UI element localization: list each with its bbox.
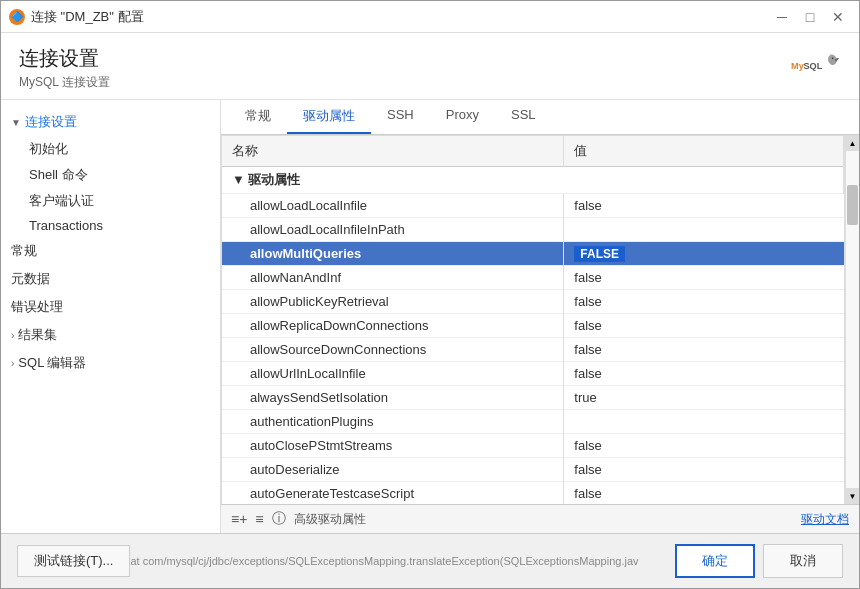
svg-text:SQL: SQL <box>804 61 823 71</box>
table-row[interactable]: allowSourceDownConnections false <box>222 338 844 362</box>
table-row[interactable]: alwaysSendSetIsolation true <box>222 386 844 410</box>
main-window: 🔷 连接 "DM_ZB" 配置 ─ □ ✕ 连接设置 MySQL 连接设置 My… <box>0 0 860 589</box>
bottom-bar: 测试链接(T)... at com/mysql/cj/jdbc/exceptio… <box>1 533 859 588</box>
prop-name: allowMultiQueries <box>222 242 564 266</box>
value-badge: FALSE <box>574 246 625 262</box>
close-button[interactable]: ✕ <box>825 6 851 28</box>
sidebar-item-label: 初始化 <box>29 140 68 158</box>
mysql-logo-image: My SQL <box>791 45 841 85</box>
prop-value: false <box>564 362 844 386</box>
sidebar-item-general[interactable]: 常规 <box>1 237 220 265</box>
prop-name: autoClosePStmtStreams <box>222 434 564 458</box>
advanced-props-label: 高级驱动属性 <box>294 511 366 528</box>
svg-text:My: My <box>791 61 805 71</box>
table-row[interactable]: autoDeserialize false <box>222 458 844 482</box>
main-content: ▼ 连接设置 初始化 Shell 命令 客户端认证 Transactions 常… <box>1 100 859 533</box>
driver-docs-link[interactable]: 驱动文档 <box>801 511 849 528</box>
prop-name: autoGenerateTestcaseScript <box>222 482 564 505</box>
prop-value: false <box>564 458 844 482</box>
sidebar-item-label: 元数据 <box>11 270 50 288</box>
right-panel: 常规 驱动属性 SSH Proxy SSL <box>221 100 859 533</box>
scrollbar[interactable]: ▲ ▼ <box>845 135 859 504</box>
prop-name: allowPublicKeyRetrieval <box>222 290 564 314</box>
arrow-icon: ▼ <box>11 117 21 128</box>
page-title: 连接设置 <box>19 45 110 72</box>
header-section: 连接设置 MySQL 连接设置 My SQL <box>1 33 859 100</box>
tabs-bar: 常规 驱动属性 SSH Proxy SSL <box>221 100 859 135</box>
title-controls: ─ □ ✕ <box>769 6 851 28</box>
tab-ssl[interactable]: SSL <box>495 100 552 134</box>
prop-value <box>564 218 844 242</box>
tab-ssh[interactable]: SSH <box>371 100 430 134</box>
property-table-container[interactable]: 名称 值 ▼ 驱动属性 al <box>221 135 845 504</box>
table-row[interactable]: authenticationPlugins <box>222 410 844 434</box>
footer-left: ≡+ ≡ ⓘ 高级驱动属性 <box>231 510 366 528</box>
table-row[interactable]: allowLoadLocalInfile false <box>222 194 844 218</box>
sidebar-item-label: 连接设置 <box>25 113 77 131</box>
table-row[interactable]: allowUrlInLocalInfile false <box>222 362 844 386</box>
prop-value: FALSE <box>564 242 844 266</box>
prop-value: false <box>564 338 844 362</box>
status-text: at com/mysql/cj/jdbc/exceptions/SQLExcep… <box>130 555 675 567</box>
sidebar-item-connection-settings[interactable]: ▼ 连接设置 <box>1 108 220 136</box>
group-label: ▼ 驱动属性 <box>222 167 844 194</box>
prop-value: false <box>564 482 844 505</box>
app-icon: 🔷 <box>9 9 25 25</box>
tab-driver-props[interactable]: 驱动属性 <box>287 100 371 134</box>
prop-name: autoDeserialize <box>222 458 564 482</box>
scroll-thumb[interactable] <box>847 185 858 225</box>
table-row[interactable]: allowPublicKeyRetrieval false <box>222 290 844 314</box>
sidebar-item-label: SQL 编辑器 <box>18 354 86 372</box>
sidebar-item-transactions[interactable]: Transactions <box>1 214 220 237</box>
scroll-track[interactable] <box>846 151 859 488</box>
tab-proxy[interactable]: Proxy <box>430 100 495 134</box>
table-row[interactable]: autoClosePStmtStreams false <box>222 434 844 458</box>
maximize-button[interactable]: □ <box>797 6 823 28</box>
sidebar-item-error-handling[interactable]: 错误处理 <box>1 293 220 321</box>
prop-name: allowReplicaDownConnections <box>222 314 564 338</box>
sidebar-item-auth[interactable]: 客户端认证 <box>1 188 220 214</box>
info-icon[interactable]: ⓘ <box>272 510 286 528</box>
cancel-button[interactable]: 取消 <box>763 544 843 578</box>
add-row-icon[interactable]: ≡+ <box>231 511 247 527</box>
property-table-area: 名称 值 ▼ 驱动属性 al <box>221 135 845 504</box>
prop-value: false <box>564 290 844 314</box>
sidebar-item-label: 客户端认证 <box>29 192 94 210</box>
minimize-button[interactable]: ─ <box>769 6 795 28</box>
sidebar-item-label: 结果集 <box>18 326 57 344</box>
table-row[interactable]: allowNanAndInf false <box>222 266 844 290</box>
sidebar-item-sql-editor[interactable]: › SQL 编辑器 <box>1 349 220 377</box>
sidebar: ▼ 连接设置 初始化 Shell 命令 客户端认证 Transactions 常… <box>1 100 221 533</box>
scroll-down-button[interactable]: ▼ <box>846 488 859 504</box>
sidebar-item-init[interactable]: 初始化 <box>1 136 220 162</box>
test-connection-button[interactable]: 测试链接(T)... <box>17 545 130 577</box>
arrow-icon: › <box>11 330 14 341</box>
property-table: 名称 值 ▼ 驱动属性 al <box>222 136 844 504</box>
prop-name: authenticationPlugins <box>222 410 564 434</box>
col-value-header: 值 <box>564 136 844 167</box>
tab-general[interactable]: 常规 <box>229 100 287 134</box>
header-text: 连接设置 MySQL 连接设置 <box>19 45 110 91</box>
title-bar-left: 🔷 连接 "DM_ZB" 配置 <box>9 8 144 26</box>
sidebar-item-metadata[interactable]: 元数据 <box>1 265 220 293</box>
prop-value: false <box>564 314 844 338</box>
sidebar-item-shell[interactable]: Shell 命令 <box>1 162 220 188</box>
prop-name: allowUrlInLocalInfile <box>222 362 564 386</box>
prop-value: false <box>564 194 844 218</box>
filter-icon[interactable]: ≡ <box>255 511 263 527</box>
sidebar-item-label: 错误处理 <box>11 298 63 316</box>
ok-button[interactable]: 确定 <box>675 544 755 578</box>
scroll-up-button[interactable]: ▲ <box>846 135 859 151</box>
page-subtitle: MySQL 连接设置 <box>19 74 110 91</box>
table-footer: ≡+ ≡ ⓘ 高级驱动属性 驱动文档 <box>221 504 859 533</box>
prop-name: allowNanAndInf <box>222 266 564 290</box>
table-row[interactable]: autoGenerateTestcaseScript false <box>222 482 844 505</box>
prop-name: alwaysSendSetIsolation <box>222 386 564 410</box>
prop-name: allowSourceDownConnections <box>222 338 564 362</box>
table-row[interactable]: allowLoadLocalInfileInPath <box>222 218 844 242</box>
table-row-highlighted[interactable]: allowMultiQueries FALSE <box>222 242 844 266</box>
table-row[interactable]: allowReplicaDownConnections false <box>222 314 844 338</box>
prop-name: allowLoadLocalInfileInPath <box>222 218 564 242</box>
sidebar-item-results[interactable]: › 结果集 <box>1 321 220 349</box>
prop-name: allowLoadLocalInfile <box>222 194 564 218</box>
